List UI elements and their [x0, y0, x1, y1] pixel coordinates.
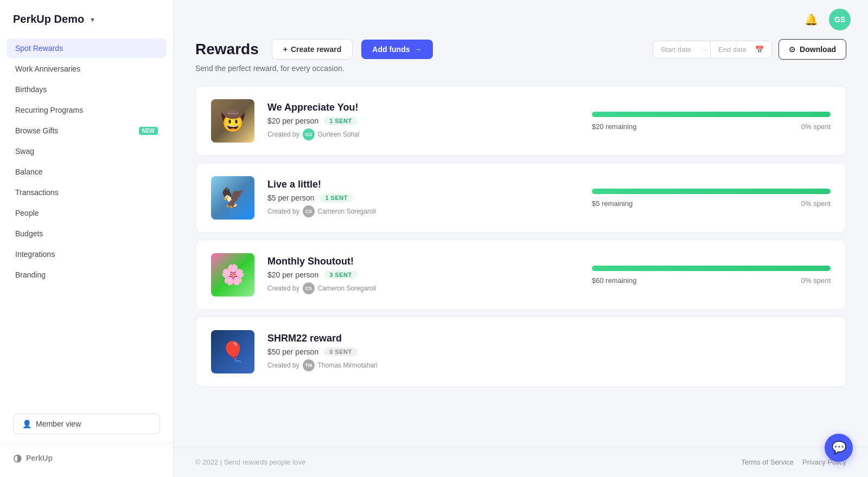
sidebar-item-people[interactable]: People — [7, 203, 167, 223]
creator-avatar: CS — [303, 282, 315, 294]
reward-title: Monthly Shoutout! — [267, 256, 579, 267]
remaining-amount: $5 remaining — [592, 199, 633, 208]
progress-bar-background — [592, 112, 831, 117]
created-by-label: Created by — [267, 362, 299, 369]
chat-button[interactable]: 💬 — [825, 434, 853, 462]
reward-progress: $5 remaining 0% spent — [592, 189, 831, 208]
reward-card[interactable]: 🌸 Monthly Shoutout! $20 per person 3 SEN… — [195, 240, 846, 310]
sidebar-item-label: Recurring Programs — [15, 106, 83, 114]
sidebar-item-work-anniversaries[interactable]: Work Anniversaries — [7, 59, 167, 79]
sidebar-item-label: People — [15, 209, 39, 217]
sidebar-item-browse-gifts[interactable]: Browse Gifts NEW — [7, 121, 167, 140]
reward-price: $50 per person — [267, 347, 318, 356]
avatar[interactable]: GS — [829, 9, 851, 30]
calendar-icon: 📅 — [755, 46, 764, 54]
sidebar-item-swag[interactable]: Swag — [7, 141, 167, 161]
reward-price: $5 per person — [267, 194, 314, 202]
date-filters: Start date → End date 📅 ⊙ Download — [653, 39, 846, 60]
add-funds-label: Add funds — [372, 45, 410, 54]
progress-labels: $5 remaining 0% spent — [592, 199, 831, 208]
sidebar-item-label: Birthdays — [15, 85, 47, 94]
page-header: Rewards + Create reward Add funds → Star… — [195, 39, 846, 60]
sidebar-item-label: Swag — [15, 147, 34, 156]
reward-price: $20 per person — [267, 270, 318, 279]
created-by-label: Created by — [267, 208, 299, 215]
bell-icon: 🔔 — [805, 14, 818, 25]
sidebar-item-balance[interactable]: Balance — [7, 162, 167, 182]
sidebar-item-label: Transactions — [15, 188, 59, 197]
reward-meta: $50 per person 0 SENT — [267, 347, 579, 356]
creator-avatar: GS — [303, 128, 315, 140]
brand-logo[interactable]: PerkUp Demo ▾ — [0, 0, 173, 34]
reward-meta: $20 per person 3 SENT — [267, 270, 579, 279]
sidebar-item-transactions[interactable]: Transactions — [7, 183, 167, 202]
download-icon: ⊙ — [789, 45, 795, 54]
sent-badge: 3 SENT — [324, 270, 358, 279]
sidebar-item-spot-rewards[interactable]: Spot Rewards — [7, 38, 167, 58]
start-date-placeholder: Start date — [661, 46, 691, 54]
member-view-label: Member view — [36, 420, 81, 428]
terms-of-service-link[interactable]: Terms of Service — [741, 458, 794, 466]
reward-image: 🤠 — [211, 99, 254, 143]
rewards-list: 🤠 We Appreciate You! $20 per person 1 SE… — [195, 86, 846, 387]
reward-card[interactable]: 🦅 Live a little! $5 per person 1 SENT Cr… — [195, 163, 846, 233]
reward-info: We Appreciate You! $20 per person 1 SENT… — [267, 102, 579, 140]
sidebar-item-integrations[interactable]: Integrations — [7, 244, 167, 264]
sidebar-item-birthdays[interactable]: Birthdays — [7, 80, 167, 99]
perkup-brand: ◑ PerkUp — [0, 443, 173, 477]
sidebar-item-branding[interactable]: Branding — [7, 265, 167, 285]
reward-progress: $60 remaining 0% spent — [592, 266, 831, 285]
member-view-button[interactable]: 👤 Member view — [13, 414, 160, 434]
reward-price: $20 per person — [267, 117, 318, 125]
start-date-input[interactable]: Start date — [653, 41, 699, 59]
progress-bar-background — [592, 266, 831, 271]
create-reward-button[interactable]: + Create reward — [272, 39, 353, 60]
reward-meta: $20 per person 1 SENT — [267, 117, 579, 125]
creator-name: Cameron Soregaroli — [318, 285, 376, 292]
member-view-icon: 👤 — [22, 420, 31, 428]
reward-image-emoji: 🌸 — [221, 263, 245, 286]
end-date-input[interactable]: End date 📅 — [710, 41, 772, 59]
sidebar-footer: 👤 Member view — [0, 405, 173, 443]
sidebar-item-label: Balance — [15, 167, 43, 176]
perkup-logo-icon: ◑ — [13, 452, 22, 464]
sidebar-item-label: Budgets — [15, 229, 43, 238]
creator-name: Gurleen Sohal — [318, 131, 360, 138]
page-content: Rewards + Create reward Add funds → Star… — [174, 39, 868, 447]
sidebar-item-budgets[interactable]: Budgets — [7, 224, 167, 243]
reward-creator: Created by CS Cameron Soregaroli — [267, 205, 579, 217]
reward-image: 🎈 — [211, 330, 254, 373]
add-funds-button[interactable]: Add funds → — [361, 40, 432, 59]
plus-icon: + — [283, 45, 288, 54]
reward-image: 🌸 — [211, 253, 254, 296]
reward-progress: $20 remaining 0% spent — [592, 112, 831, 131]
creator-avatar: TM — [303, 359, 315, 371]
sent-badge: 0 SENT — [324, 347, 358, 356]
create-reward-label: Create reward — [291, 45, 341, 54]
reward-creator: Created by GS Gurleen Sohal — [267, 128, 579, 140]
sent-badge: 1 SENT — [324, 117, 358, 125]
sidebar-item-label: Integrations — [15, 250, 55, 259]
sidebar-item-label: Branding — [15, 270, 46, 279]
reward-card[interactable]: 🎈 SHRM22 reward $50 per person 0 SENT Cr… — [195, 317, 846, 387]
end-date-placeholder: End date — [718, 46, 746, 54]
sidebar-nav: Spot Rewards Work Anniversaries Birthday… — [0, 34, 173, 405]
progress-labels: $20 remaining 0% spent — [592, 123, 831, 131]
progress-bar-fill — [592, 112, 831, 117]
remaining-amount: $60 remaining — [592, 276, 636, 285]
created-by-label: Created by — [267, 131, 299, 138]
chat-icon: 💬 — [832, 441, 846, 455]
creator-name: Thomas Mirmotahari — [318, 362, 378, 369]
chevron-down-icon: ▾ — [91, 15, 94, 24]
reward-card[interactable]: 🤠 We Appreciate You! $20 per person 1 SE… — [195, 86, 846, 156]
reward-creator: Created by CS Cameron Soregaroli — [267, 282, 579, 294]
page-title: Rewards — [195, 41, 259, 58]
sidebar-item-label: Spot Rewards — [15, 44, 63, 53]
progress-bar-fill — [592, 189, 831, 194]
notifications-button[interactable]: 🔔 — [802, 11, 820, 28]
created-by-label: Created by — [267, 285, 299, 292]
main-content: 🔔 GS Rewards + Create reward Add funds →… — [174, 0, 868, 477]
sidebar-item-recurring-programs[interactable]: Recurring Programs — [7, 100, 167, 120]
download-button[interactable]: ⊙ Download — [778, 39, 846, 60]
sidebar-item-label: Work Anniversaries — [15, 65, 80, 73]
